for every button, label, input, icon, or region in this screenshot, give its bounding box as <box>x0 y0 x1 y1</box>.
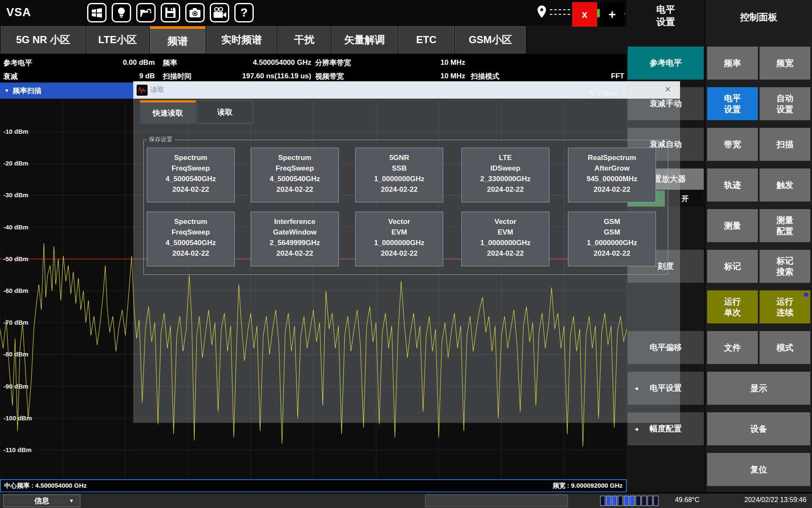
camera-icon[interactable] <box>185 3 205 22</box>
setting-value: 4.500054000 GHz <box>253 58 311 67</box>
card-line: FreqSweep <box>251 163 338 174</box>
y-axis-label: -70 dBm <box>3 319 28 326</box>
saved-setting-card[interactable]: InterferenceGateWindow2_5649999GHz2024-0… <box>251 212 339 266</box>
close-tab-button[interactable]: x <box>572 2 597 27</box>
card-line: 945_00000MHz <box>568 174 656 184</box>
tab-干扰[interactable]: 干扰 <box>277 26 331 53</box>
y-axis-label: -100 dBm <box>3 414 32 422</box>
cp-button-触发[interactable]: 触发 <box>760 168 810 202</box>
freq-sweep-label: 频率扫描 <box>13 86 41 96</box>
bulb-icon[interactable] <box>112 3 131 22</box>
cp-button-频宽[interactable]: 频宽 <box>760 47 810 80</box>
saved-setting-card[interactable]: VectorEVM1_0000000GHz2024-02-22 <box>461 212 549 266</box>
cp-button-文件[interactable]: 文件 <box>707 331 758 364</box>
help-icon[interactable]: ? <box>234 3 254 22</box>
setting-label: 衰减 <box>3 72 18 81</box>
saved-setting-card[interactable]: VectorEVM1_0000000GHz2024-02-22 <box>355 212 443 266</box>
card-line: GSM <box>568 216 656 227</box>
activity-segment <box>624 496 629 506</box>
dialog-tab-load[interactable]: 读取 <box>197 100 253 124</box>
cp-button-运行单次[interactable]: 运行 单次 <box>707 290 758 323</box>
saved-setting-card[interactable]: RealSpectrumAfterGrow945_00000MHz2024-02… <box>568 148 656 202</box>
vsa-app: VSA ? 100% x + ▼ 频率扫描 1 Clrw <box>0 0 812 508</box>
info-dropdown[interactable]: 信息 ▼ <box>3 494 80 507</box>
tab-实时频谱[interactable]: 实时频谱 <box>206 26 277 53</box>
tab-GSM小区[interactable]: GSM小区 <box>455 26 526 53</box>
tab-ETC[interactable]: ETC <box>398 26 454 53</box>
y-axis-label: -10 dBm <box>3 128 28 135</box>
card-line: Spectrum <box>147 152 234 163</box>
card-line: LTE <box>462 152 549 163</box>
y-axis-label: -90 dBm <box>3 383 28 390</box>
activity-segment <box>647 496 653 506</box>
cp-button-自动设置[interactable]: 自动 设置 <box>760 87 810 120</box>
location-pin-icon <box>536 5 547 19</box>
open-icon[interactable] <box>136 3 156 22</box>
cp-button-测量配置[interactable]: 测量 配置 <box>760 209 810 242</box>
tab-5G NR 小区[interactable]: 5G NR 小区 <box>1 26 85 53</box>
activity-segment <box>642 496 647 506</box>
saved-setting-card[interactable]: GSMGSM1_0000000GHz2024-02-22 <box>568 212 656 266</box>
cp-button-标记[interactable]: 标记 <box>707 250 758 283</box>
cp-button-显示[interactable]: 显示 <box>707 372 810 405</box>
center-frequency: 中心频率 : 4.500054000 GHz <box>4 482 87 490</box>
video-icon[interactable] <box>210 3 229 22</box>
windows-icon[interactable] <box>87 3 107 22</box>
saved-setting-card[interactable]: SpectrumFreqSweep4_5000540GHz2024-02-22 <box>147 148 235 202</box>
setting-衰减: 衰减9 dB <box>3 70 155 83</box>
cp-button-标记搜索[interactable]: 标记 搜索 <box>760 250 810 283</box>
cp-button-带宽[interactable]: 带宽 <box>707 128 758 161</box>
y-axis-label: -50 dBm <box>3 255 28 262</box>
setting-label: 分辨率带宽 <box>315 58 351 68</box>
saved-setting-card[interactable]: SpectrumFreqSweep4_5000540GHz2024-02-22 <box>147 212 235 266</box>
card-line: 2024-02-22 <box>356 248 443 259</box>
clock: 2024/02/22 13:59:46 <box>744 496 807 504</box>
card-line: EVM <box>356 227 443 237</box>
activity-segment <box>600 496 605 506</box>
dialog-close-icon[interactable]: × <box>665 84 671 94</box>
setting-label: 扫描模式 <box>471 72 499 81</box>
cp-button-测量[interactable]: 测量 <box>707 209 758 242</box>
activity-segment <box>636 496 641 506</box>
tab-矢量解调[interactable]: 矢量解调 <box>332 26 398 53</box>
chevron-down-icon: ▼ <box>69 498 74 504</box>
setting-频率: 频率4.500054000 GHz <box>163 56 311 69</box>
card-line: RealSpectrum <box>568 152 656 163</box>
collapse-triangle-icon: ▼ <box>4 88 9 94</box>
card-line: Vector <box>462 216 549 227</box>
card-line: 1_0000000GHz <box>462 237 549 248</box>
cp-button-设备[interactable]: 设备 <box>707 412 810 445</box>
cp-button-电平设置[interactable]: 电平 设置 <box>707 87 758 120</box>
saved-setting-card[interactable]: 5GNRSSB1_0000000GHz2024-02-22 <box>355 148 443 202</box>
save-icon[interactable] <box>161 3 180 22</box>
tab-频谱[interactable]: 频谱 <box>150 26 206 53</box>
app-logo: VSA <box>6 6 31 19</box>
cp-button-运行连续[interactable]: 运行 连续 <box>760 290 810 323</box>
back-arrow-icon: ◄ <box>634 385 639 392</box>
preamp-toggle-on[interactable]: 开 <box>667 190 704 207</box>
level-button-参考电平[interactable]: 参考电平 <box>628 47 704 80</box>
card-line: AfterGrow <box>568 163 656 174</box>
setting-扫描时间: 扫描时间197.60 ns(116.19 us) <box>163 70 311 83</box>
tab-LTE小区[interactable]: LTE小区 <box>86 26 149 53</box>
card-line: 4_5000540GHz <box>147 174 234 184</box>
saved-setting-card[interactable]: SpectrumFreqSweep4_5000540GHz2024-02-22 <box>251 148 339 202</box>
cp-button-复位[interactable]: 复位 <box>707 453 810 486</box>
cp-button-频率[interactable]: 频率 <box>707 47 758 80</box>
cp-button-模式[interactable]: 模式 <box>760 331 810 364</box>
cp-button-扫描[interactable]: 扫描 <box>760 128 810 161</box>
card-line: 2024-02-22 <box>147 184 234 195</box>
card-line: 1_0000000GHz <box>568 237 656 248</box>
level-button-电平设置[interactable]: 电平设置◄ <box>628 372 704 405</box>
level-button-电平偏移[interactable]: 电平偏移 <box>628 331 704 364</box>
dialog-title: 读取 <box>151 86 164 94</box>
add-tab-button[interactable]: + <box>600 2 625 27</box>
card-line: SSB <box>356 163 443 174</box>
dialog-tab-quick-load[interactable]: 快速读取 <box>140 100 196 124</box>
setting-label: 视频带宽 <box>315 72 344 81</box>
gps-dashes <box>550 9 570 15</box>
level-button-幅度配置[interactable]: 幅度配置◄ <box>628 412 704 445</box>
cp-button-轨迹[interactable]: 轨迹 <box>707 168 758 202</box>
saved-setting-card[interactable]: LTEIDSweep2_3300000GHz2024-02-22 <box>461 148 549 202</box>
card-line: GSM <box>568 227 656 237</box>
